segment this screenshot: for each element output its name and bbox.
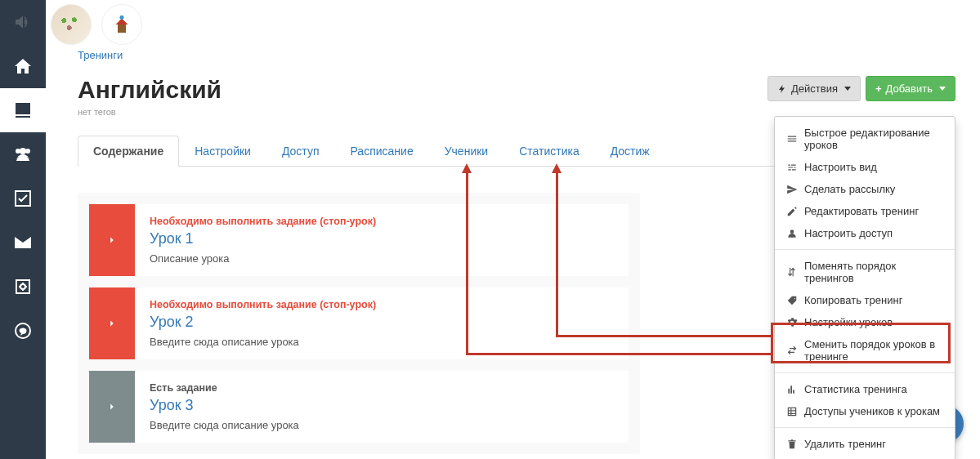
- menu-student-access[interactable]: Доступы учеников к урокам: [775, 400, 955, 422]
- table-icon: [786, 406, 798, 417]
- lesson-desc: Введите сюда описание урока: [150, 419, 299, 431]
- menu-separator: [775, 427, 955, 428]
- menu-lesson-settings[interactable]: Настройки уроков: [775, 311, 955, 333]
- svg-rect-1: [16, 280, 29, 293]
- lesson-card: Необходимо выполнить задание (стоп-урок)…: [89, 287, 629, 359]
- menu-label: Быстрое редактирование уроков: [804, 127, 943, 151]
- lesson-tag: Необходимо выполнить задание (стоп-урок): [150, 216, 376, 227]
- avatar-user[interactable]: [51, 4, 92, 45]
- tab-students[interactable]: Ученики: [429, 136, 503, 167]
- lesson-expand[interactable]: [89, 287, 135, 359]
- annotation-arrow: [552, 163, 562, 173]
- tab-stats[interactable]: Статистика: [503, 136, 595, 167]
- menu-label: Настройки уроков: [804, 316, 893, 328]
- gear-icon: [786, 317, 798, 328]
- avatar-row: [46, 0, 142, 49]
- sidebar-item-safe[interactable]: [0, 265, 46, 309]
- lesson-expand[interactable]: [89, 204, 135, 276]
- menu-label: Статистика тренинга: [804, 383, 907, 395]
- send-icon: [786, 184, 798, 195]
- menu-label: Доступы учеников к урокам: [804, 405, 940, 417]
- menu-label: Настроить доступ: [804, 227, 893, 239]
- tab-access[interactable]: Доступ: [266, 136, 335, 167]
- avatar-project[interactable]: [101, 4, 142, 45]
- menu-label: Настроить вид: [804, 161, 877, 173]
- tag-icon: [786, 295, 798, 306]
- svg-point-2: [20, 284, 25, 289]
- annotation-arrow: [462, 163, 472, 173]
- chevron-right-icon: [106, 401, 118, 412]
- lesson-title[interactable]: Урок 3: [150, 397, 299, 414]
- annotation-line: [556, 335, 771, 337]
- edit-icon: [786, 206, 798, 217]
- sidebar-item-users[interactable]: [0, 132, 46, 176]
- tab-schedule[interactable]: Расписание: [334, 136, 428, 167]
- lesson-title[interactable]: Урок 2: [150, 314, 376, 331]
- annotation-line: [466, 172, 468, 355]
- sidebar-item-home[interactable]: [0, 44, 46, 88]
- sidebar: [0, 0, 46, 459]
- lesson-title[interactable]: Урок 1: [150, 230, 376, 247]
- menu-access[interactable]: Настроить доступ: [775, 222, 955, 244]
- lesson-desc: Описание урока: [150, 252, 376, 265]
- caret-icon: [939, 87, 946, 91]
- page-title: Английский: [78, 76, 222, 104]
- chevron-right-icon: [106, 318, 118, 329]
- sidebar-item-trainings[interactable]: [0, 88, 46, 132]
- lesson-card: Необходимо выполнить задание (стоп-урок)…: [89, 204, 629, 276]
- page-subtitle: нет тегов: [78, 107, 222, 117]
- menu-separator: [775, 372, 955, 373]
- list-icon: [786, 133, 798, 145]
- lesson-tag: Необходимо выполнить задание (стоп-урок): [150, 299, 376, 310]
- menu-view-settings[interactable]: Настроить вид: [775, 156, 955, 178]
- bolt-icon: [777, 84, 787, 94]
- swap-icon: [786, 345, 798, 356]
- menu-delete[interactable]: Удалить тренинг: [775, 433, 955, 455]
- tab-achievements[interactable]: Достиж: [595, 136, 665, 167]
- breadcrumb[interactable]: Тренинги: [78, 49, 955, 61]
- menu-label: Редактировать тренинг: [804, 205, 919, 217]
- lesson-expand[interactable]: [89, 371, 135, 443]
- menu-label: Копировать тренинг: [804, 294, 902, 306]
- menu-quick-edit[interactable]: Быстрое редактирование уроков: [775, 122, 955, 156]
- plus-icon: +: [875, 82, 882, 95]
- actions-button[interactable]: Действия: [767, 76, 861, 101]
- menu-separator: [775, 249, 955, 250]
- menu-stats[interactable]: Статистика тренинга: [775, 378, 955, 400]
- tab-content[interactable]: Содержание: [78, 136, 179, 167]
- menu-reorder-lessons[interactable]: Сменить порядок уроков в тренинге: [775, 333, 955, 368]
- bar-chart-icon: [786, 384, 798, 395]
- sidebar-item-chat[interactable]: [0, 309, 46, 353]
- lesson-desc: Введите сюда описание урока: [150, 336, 376, 348]
- actions-label: Действия: [791, 82, 838, 95]
- menu-reorder-trainings[interactable]: Поменять порядок тренингов: [775, 255, 955, 289]
- menu-label: Удалить тренинг: [804, 438, 886, 450]
- chevron-right-icon: [106, 234, 118, 246]
- actions-dropdown: Быстрое редактирование уроков Настроить …: [774, 116, 955, 459]
- tab-settings[interactable]: Настройки: [179, 136, 266, 167]
- sliders-icon: [786, 162, 798, 173]
- trash-icon: [786, 439, 798, 450]
- add-button[interactable]: + Добавить: [866, 76, 955, 101]
- menu-label: Сделать рассылку: [804, 183, 895, 195]
- sidebar-item-tasks[interactable]: [0, 176, 46, 221]
- menu-edit-training[interactable]: Редактировать тренинг: [775, 200, 955, 222]
- sort-icon: [786, 266, 798, 278]
- caret-icon: [844, 87, 851, 91]
- annotation-line: [466, 353, 771, 355]
- lesson-card: Есть задание Урок 3 Введите сюда описани…: [89, 371, 629, 443]
- lesson-tag: Есть задание: [150, 382, 299, 394]
- sidebar-item-sound[interactable]: [0, 0, 46, 44]
- svg-point-4: [120, 16, 124, 20]
- menu-label: Поменять порядок тренингов: [804, 260, 943, 284]
- menu-copy[interactable]: Копировать тренинг: [775, 289, 955, 311]
- menu-label: Сменить порядок уроков в тренинге: [804, 338, 943, 363]
- add-label: Добавить: [886, 82, 933, 95]
- user-icon: [786, 228, 798, 239]
- annotation-line: [556, 172, 558, 337]
- sidebar-item-mail[interactable]: [0, 221, 46, 265]
- menu-send[interactable]: Сделать рассылку: [775, 178, 955, 200]
